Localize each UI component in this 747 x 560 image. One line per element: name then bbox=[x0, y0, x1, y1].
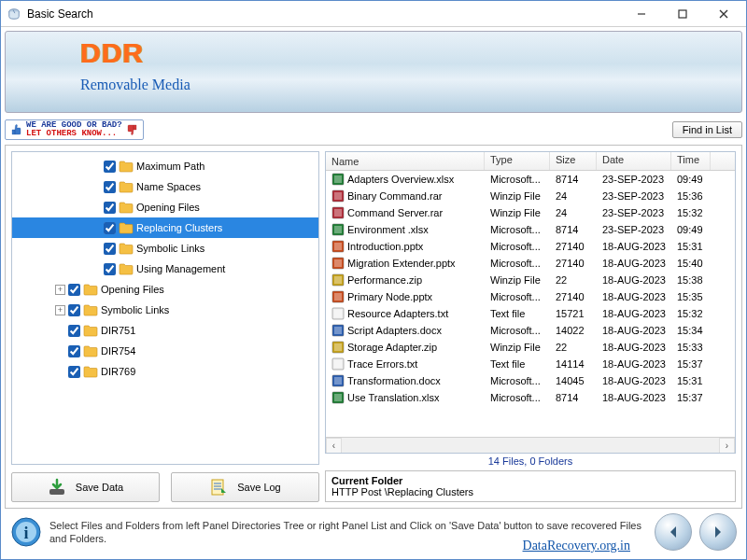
file-date: 18-AUG-2023 bbox=[597, 274, 671, 286]
file-row[interactable]: Command Server.rarWinzip File2423-SEP-20… bbox=[326, 204, 735, 221]
tree-checkbox[interactable] bbox=[68, 345, 80, 357]
file-row[interactable]: Resource Adapters.txtText file1572118-AU… bbox=[326, 305, 735, 322]
tree-node[interactable]: +Opening Files bbox=[12, 279, 318, 300]
file-row[interactable]: Trace Errors.txtText file1411418-AUG-202… bbox=[326, 356, 735, 372]
info-icon bbox=[10, 516, 42, 548]
tree-node[interactable]: DIR754 bbox=[12, 341, 318, 361]
feedback-banner[interactable]: WE ARE GOOD OR BAD? LET OTHERS KNOW... bbox=[5, 119, 144, 140]
expander-placeholder bbox=[91, 203, 101, 213]
folder-tree[interactable]: Maximum PathName SpacesOpening FilesRepl… bbox=[12, 152, 318, 464]
file-icon bbox=[331, 189, 345, 203]
file-size: 8714 bbox=[550, 174, 597, 185]
save-data-button[interactable]: Save Data bbox=[11, 472, 160, 502]
file-row[interactable]: Introduction.pptxMicrosoft...2714018-AUG… bbox=[326, 238, 735, 255]
file-time: 15:40 bbox=[671, 258, 711, 269]
tree-checkbox[interactable] bbox=[104, 181, 116, 193]
folder-icon bbox=[83, 365, 98, 378]
tree-checkbox[interactable] bbox=[104, 243, 116, 255]
nav-forward-button[interactable] bbox=[699, 513, 737, 551]
slogan-line2: LET OTHERS KNOW... bbox=[26, 130, 122, 138]
tree-node[interactable]: Opening Files bbox=[12, 197, 318, 217]
file-list[interactable]: Name Type Size Date Time Adapters Overvi… bbox=[325, 151, 736, 454]
tree-label: Symbolic Links bbox=[101, 304, 169, 315]
tree-checkbox[interactable] bbox=[68, 366, 80, 378]
file-type: Winzip File bbox=[485, 342, 550, 353]
tree-node[interactable]: Using Management bbox=[12, 259, 318, 279]
scroll-left-icon[interactable]: ‹ bbox=[326, 438, 342, 454]
save-icon bbox=[48, 478, 66, 497]
file-type: Microsoft... bbox=[485, 325, 550, 336]
file-row[interactable]: Adapters Overview.xlsxMicrosoft...871423… bbox=[326, 171, 735, 188]
folder-icon bbox=[119, 262, 134, 275]
col-date[interactable]: Date bbox=[597, 152, 671, 170]
tree-node[interactable]: DIR751 bbox=[12, 320, 318, 341]
file-icon bbox=[331, 324, 345, 337]
svg-rect-34 bbox=[334, 360, 342, 368]
nav-back-button[interactable] bbox=[655, 513, 692, 551]
tree-checkbox[interactable] bbox=[104, 222, 116, 234]
minimize-button[interactable] bbox=[621, 3, 662, 25]
tree-checkbox[interactable] bbox=[68, 325, 80, 337]
expand-icon[interactable]: + bbox=[55, 305, 65, 315]
file-time: 15:31 bbox=[671, 241, 711, 252]
thumbs-up-icon bbox=[9, 123, 22, 136]
file-type: Microsoft... bbox=[485, 241, 550, 252]
svg-rect-10 bbox=[679, 10, 686, 18]
tree-node[interactable]: +Symbolic Links bbox=[12, 300, 318, 320]
file-row[interactable]: Migration Extender.pptxMicrosoft...27140… bbox=[326, 255, 735, 272]
tree-label: Opening Files bbox=[136, 202, 200, 213]
file-row[interactable]: Use Translation.xlsxMicrosoft...871418-A… bbox=[326, 389, 735, 406]
tree-node[interactable]: DIR769 bbox=[12, 361, 318, 382]
tree-node[interactable]: Maximum Path bbox=[12, 156, 318, 176]
file-name: Script Adapters.docx bbox=[347, 325, 442, 336]
file-time: 15:33 bbox=[671, 342, 711, 353]
watermark-link[interactable]: DataRecovery.org.in bbox=[523, 539, 630, 553]
tree-checkbox[interactable] bbox=[104, 202, 116, 214]
tree-node[interactable]: Replacing Clusters bbox=[12, 217, 318, 238]
file-row[interactable]: Primary Node.pptxMicrosoft...2714018-AUG… bbox=[326, 288, 735, 305]
file-row[interactable]: Script Adapters.docxMicrosoft...1402218-… bbox=[326, 322, 735, 339]
col-size[interactable]: Size bbox=[550, 152, 597, 170]
tree-checkbox[interactable] bbox=[104, 263, 116, 275]
left-panel: Maximum PathName SpacesOpening FilesRepl… bbox=[11, 151, 319, 502]
svg-rect-14 bbox=[334, 192, 342, 200]
file-size: 14022 bbox=[550, 325, 597, 336]
file-type: Text file bbox=[485, 308, 550, 319]
tree-node[interactable]: Symbolic Links bbox=[12, 238, 318, 259]
tree-checkbox[interactable] bbox=[68, 304, 80, 316]
col-name[interactable]: Name bbox=[326, 152, 485, 170]
file-icon bbox=[331, 273, 345, 287]
col-time[interactable]: Time bbox=[671, 152, 711, 170]
file-size: 27140 bbox=[550, 241, 597, 252]
scroll-right-icon[interactable]: › bbox=[719, 438, 735, 454]
tree-label: Replacing Clusters bbox=[136, 222, 222, 233]
file-row[interactable]: Binary Command.rarWinzip File2423-SEP-20… bbox=[326, 188, 735, 204]
file-date: 23-SEP-2023 bbox=[597, 207, 671, 218]
file-time: 15:36 bbox=[671, 190, 711, 202]
file-row[interactable]: Environment .xlsxMicrosoft...871423-SEP-… bbox=[326, 221, 735, 238]
app-window: Basic Search DDR Removable Media WE ARE … bbox=[0, 0, 747, 560]
tree-checkbox[interactable] bbox=[104, 161, 116, 173]
file-row[interactable]: Transformation.docxMicrosoft...1404518-A… bbox=[326, 372, 735, 389]
file-row[interactable]: Performance.zipWinzip File2218-AUG-20231… bbox=[326, 272, 735, 288]
file-row[interactable]: Storage Adapter.zipWinzip File2218-AUG-2… bbox=[326, 339, 735, 356]
file-count-status: 14 Files, 0 Folders bbox=[325, 455, 736, 467]
save-log-button[interactable]: Save Log bbox=[171, 472, 319, 502]
svg-rect-12 bbox=[334, 175, 342, 183]
close-button[interactable] bbox=[703, 3, 744, 25]
arrow-left-icon bbox=[665, 524, 682, 540]
maximize-button[interactable] bbox=[662, 3, 703, 25]
current-folder-path: HTTP Post \Replacing Clusters bbox=[331, 486, 729, 497]
tree-checkbox[interactable] bbox=[68, 284, 80, 296]
folder-icon bbox=[83, 324, 98, 337]
find-in-list-button[interactable]: Find in List bbox=[672, 121, 742, 138]
tree-node[interactable]: Name Spaces bbox=[12, 176, 318, 197]
file-type: Microsoft... bbox=[485, 224, 550, 235]
file-icon bbox=[331, 374, 345, 387]
file-size: 27140 bbox=[550, 291, 597, 302]
expand-icon[interactable]: + bbox=[55, 285, 65, 295]
col-type[interactable]: Type bbox=[485, 152, 550, 170]
h-scrollbar[interactable]: ‹ › bbox=[326, 437, 735, 453]
tree-label: Symbolic Links bbox=[136, 243, 204, 254]
file-date: 18-AUG-2023 bbox=[597, 392, 671, 403]
